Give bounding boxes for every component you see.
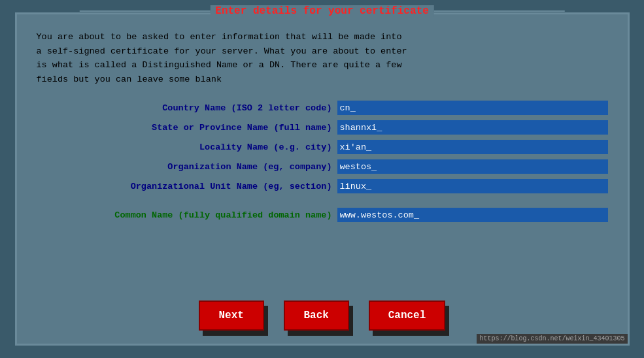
- cancel-wrapper: Cancel: [369, 301, 446, 331]
- back-wrapper: Back: [284, 301, 349, 331]
- org-label: Organization Name (eg, company): [37, 162, 337, 172]
- form-fields: Country Name (ISO 2 letter code) State o…: [37, 99, 608, 195]
- state-row: State or Province Name (full name): [37, 119, 608, 136]
- next-button[interactable]: Next: [199, 301, 264, 331]
- locality-label: Locality Name (e.g. city): [37, 142, 337, 152]
- buttons-section: Next Back Cancel: [37, 287, 608, 331]
- title-line-left: [79, 10, 210, 12]
- common-name-label: Common Name (fully qualified domain name…: [37, 210, 337, 220]
- desc-line-3: is what is called a Distinguished Name o…: [37, 58, 608, 73]
- desc-line-2: a self-signed certificate for your serve…: [37, 44, 608, 59]
- country-label: Country Name (ISO 2 letter code): [37, 103, 337, 113]
- state-label: State or Province Name (full name): [37, 123, 337, 133]
- dialog-title: Enter details for your certificate: [215, 5, 428, 17]
- dialog-content: You are about to be asked to enter infor…: [17, 14, 628, 344]
- title-area: Enter details for your certificate: [79, 5, 564, 17]
- unit-input[interactable]: [337, 179, 608, 193]
- desktop-background: Enter details for your certificate You a…: [0, 0, 644, 358]
- cancel-button[interactable]: Cancel: [369, 301, 446, 331]
- country-row: Country Name (ISO 2 letter code): [37, 99, 608, 116]
- desc-line-1: You are about to be asked to enter infor…: [37, 30, 608, 44]
- org-row: Organization Name (eg, company): [37, 158, 608, 175]
- description-text: You are about to be asked to enter infor…: [37, 30, 608, 86]
- common-name-input[interactable]: [337, 208, 608, 222]
- unit-row: Organizational Unit Name (eg, section): [37, 178, 608, 195]
- unit-label: Organizational Unit Name (eg, section): [37, 182, 337, 191]
- next-wrapper: Next: [199, 301, 264, 331]
- state-input[interactable]: [337, 120, 608, 135]
- common-name-row: Common Name (fully qualified domain name…: [37, 206, 608, 223]
- country-input[interactable]: [337, 101, 608, 115]
- locality-input[interactable]: [337, 140, 608, 154]
- org-input[interactable]: [337, 159, 608, 174]
- title-line-right: [434, 10, 565, 12]
- status-bar: https://blog.csdn.net/weixin_43401305: [477, 334, 627, 344]
- locality-row: Locality Name (e.g. city): [37, 138, 608, 155]
- desc-line-4: fields but you can leave some blank: [37, 73, 608, 87]
- back-button[interactable]: Back: [284, 301, 349, 331]
- dialog-outer-box: Enter details for your certificate You a…: [15, 12, 630, 346]
